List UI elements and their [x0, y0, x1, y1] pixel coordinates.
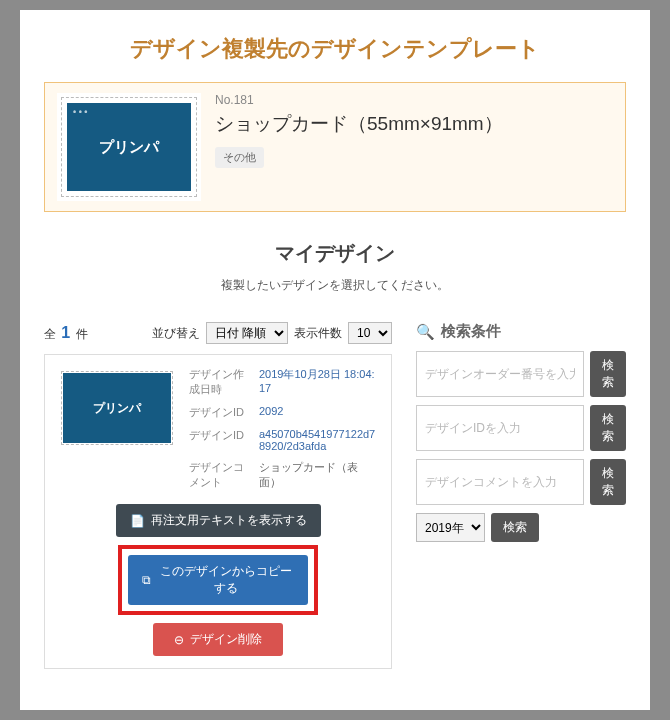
file-icon: 📄	[130, 514, 145, 528]
category-badge: その他	[215, 147, 264, 168]
design-thumbnail: プリンパ	[57, 367, 177, 449]
design-card: プリンパ デザイン作成日時 2019年10月28日 18:04:17 デザインI…	[44, 354, 392, 669]
template-name: ショップカード（55mm×91mm）	[215, 111, 503, 137]
search-icon: 🔍	[416, 323, 435, 341]
search-panel: 🔍 検索条件 検索 検索 検索 2019年 検索	[416, 322, 626, 550]
created-value: 2019年10月28日 18:04:17	[259, 367, 379, 397]
minus-icon: ⊖	[174, 633, 184, 647]
template-number: No.181	[215, 93, 503, 107]
year-select[interactable]: 2019年	[416, 513, 485, 542]
list-controls: 全 1 件 並び替え 日付 降順 表示件数 10	[44, 322, 392, 344]
template-box: プリンパ No.181 ショップカード（55mm×91mm） その他	[44, 82, 626, 212]
comment-label: デザインコメント	[189, 460, 253, 490]
page-title: デザイン複製先のデザインテンプレート	[44, 34, 626, 64]
design-id-value: 2092	[259, 405, 379, 420]
design-id-label: デザインID	[189, 405, 253, 420]
mydesign-instruction: 複製したいデザインを選択してください。	[44, 277, 626, 294]
created-label: デザイン作成日時	[189, 367, 253, 397]
search-title: 🔍 検索条件	[416, 322, 626, 341]
design-id-input[interactable]	[416, 405, 584, 451]
mydesign-title: マイデザイン	[44, 240, 626, 267]
search-button-2[interactable]: 検索	[590, 405, 626, 451]
reorder-text-button[interactable]: 📄 再注文用テキストを表示する	[116, 504, 321, 537]
thumb-text: プリンパ	[99, 138, 159, 157]
thumb-text: プリンパ	[93, 400, 141, 417]
comment-input[interactable]	[416, 459, 584, 505]
comment-value: ショップカード（表面）	[259, 460, 379, 490]
order-no-input[interactable]	[416, 351, 584, 397]
sort-select[interactable]: 日付 降順	[206, 322, 288, 344]
copy-design-button[interactable]: ⧉ このデザインからコピーする	[128, 555, 308, 605]
design-id2-value: a45070b4541977122d78920/2d3afda	[259, 428, 379, 452]
modal: デザイン複製先のデザインテンプレート プリンパ No.181 ショップカード（5…	[20, 10, 650, 710]
delete-design-button[interactable]: ⊖ デザイン削除	[153, 623, 283, 656]
search-button-4[interactable]: 検索	[491, 513, 539, 542]
sort-label: 並び替え	[152, 325, 200, 342]
perpage-select[interactable]: 10	[348, 322, 392, 344]
template-thumbnail: プリンパ	[57, 93, 201, 201]
design-meta: デザイン作成日時 2019年10月28日 18:04:17 デザインID 209…	[189, 367, 379, 490]
highlight-frame: ⧉ このデザインからコピーする	[118, 545, 318, 615]
search-button-3[interactable]: 検索	[590, 459, 626, 505]
copy-icon: ⧉	[142, 573, 151, 587]
total-count: 全 1 件	[44, 324, 88, 343]
template-info: No.181 ショップカード（55mm×91mm） その他	[215, 93, 503, 201]
perpage-label: 表示件数	[294, 325, 342, 342]
search-button-1[interactable]: 検索	[590, 351, 626, 397]
design-id2-label: デザインID	[189, 428, 253, 452]
